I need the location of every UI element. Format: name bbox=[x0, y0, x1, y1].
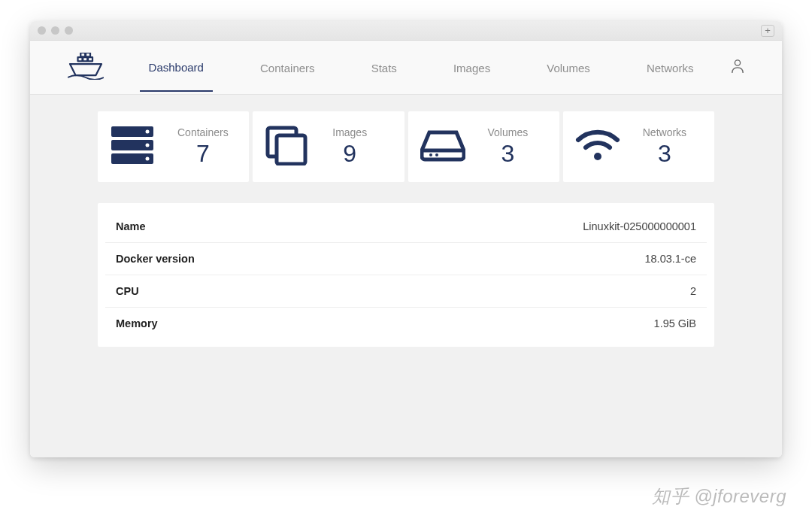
tab-stats[interactable]: Stats bbox=[362, 44, 406, 91]
svg-point-15 bbox=[429, 153, 432, 156]
system-info-panel: NameLinuxkit-025000000001 Docker version… bbox=[98, 203, 714, 347]
svg-point-11 bbox=[146, 157, 150, 161]
card-label: Containers bbox=[177, 126, 229, 138]
card-value: 9 bbox=[343, 140, 356, 168]
card-label: Volumes bbox=[488, 126, 529, 138]
summary-cards: Containers 7 Images 9 Volumes bbox=[98, 111, 714, 182]
user-icon bbox=[731, 59, 744, 77]
svg-point-16 bbox=[435, 153, 438, 156]
info-value: 1.95 GiB bbox=[362, 308, 707, 340]
table-row: NameLinuxkit-025000000001 bbox=[105, 211, 707, 243]
nav-tabs: Dashboard Containers Stats Images Volume… bbox=[120, 43, 722, 92]
close-window-button[interactable] bbox=[38, 26, 46, 35]
minimize-window-button[interactable] bbox=[51, 26, 59, 35]
app-window: + Dashboard Containers Stats Images Volu… bbox=[30, 21, 782, 457]
card-value: 7 bbox=[196, 140, 210, 168]
info-value: 2 bbox=[362, 275, 707, 308]
info-key: CPU bbox=[105, 275, 362, 308]
maximize-window-button[interactable] bbox=[65, 26, 73, 35]
svg-point-9 bbox=[146, 130, 150, 134]
user-menu-button[interactable] bbox=[722, 59, 744, 77]
system-info-table: NameLinuxkit-025000000001 Docker version… bbox=[105, 211, 707, 339]
svg-rect-4 bbox=[86, 53, 90, 56]
layers-icon bbox=[265, 125, 310, 168]
card-label: Images bbox=[332, 126, 367, 138]
table-row: Memory1.95 GiB bbox=[105, 308, 707, 340]
window-titlebar: + bbox=[30, 21, 782, 41]
svg-point-10 bbox=[146, 144, 150, 147]
card-images[interactable]: Images 9 bbox=[253, 111, 404, 182]
info-value: 18.03.1-ce bbox=[362, 243, 707, 275]
tab-containers[interactable]: Containers bbox=[251, 44, 324, 91]
drive-icon bbox=[420, 125, 465, 168]
wifi-icon bbox=[575, 125, 620, 168]
app-logo[interactable] bbox=[68, 53, 113, 83]
top-nav: Dashboard Containers Stats Images Volume… bbox=[30, 41, 782, 95]
watermark-text: 知乎 @jforeverg bbox=[652, 484, 786, 508]
svg-rect-0 bbox=[78, 57, 83, 61]
dashboard-content: Containers 7 Images 9 Volumes bbox=[30, 95, 782, 457]
ship-icon bbox=[68, 53, 104, 83]
svg-rect-1 bbox=[83, 57, 87, 61]
card-value: 3 bbox=[658, 140, 671, 168]
info-value: Linuxkit-025000000001 bbox=[362, 211, 707, 243]
tab-images[interactable]: Images bbox=[444, 44, 499, 91]
svg-point-17 bbox=[594, 153, 601, 160]
card-networks[interactable]: Networks 3 bbox=[563, 111, 714, 182]
card-value: 3 bbox=[501, 140, 514, 168]
info-key: Docker version bbox=[105, 243, 362, 275]
server-icon bbox=[110, 125, 155, 168]
svg-rect-13 bbox=[277, 135, 305, 164]
info-key: Memory bbox=[105, 308, 362, 340]
svg-rect-3 bbox=[80, 53, 85, 56]
card-label: Networks bbox=[643, 126, 686, 138]
svg-point-5 bbox=[735, 59, 740, 65]
card-volumes[interactable]: Volumes 3 bbox=[408, 111, 559, 182]
table-row: Docker version18.03.1-ce bbox=[105, 243, 707, 275]
tab-volumes[interactable]: Volumes bbox=[538, 44, 599, 91]
traffic-lights bbox=[38, 26, 73, 35]
table-row: CPU2 bbox=[105, 275, 707, 308]
svg-rect-2 bbox=[88, 57, 92, 61]
new-tab-button[interactable]: + bbox=[761, 25, 774, 37]
info-key: Name bbox=[105, 211, 362, 243]
tab-dashboard[interactable]: Dashboard bbox=[140, 43, 213, 92]
tab-networks[interactable]: Networks bbox=[638, 44, 703, 91]
card-containers[interactable]: Containers 7 bbox=[98, 111, 249, 182]
